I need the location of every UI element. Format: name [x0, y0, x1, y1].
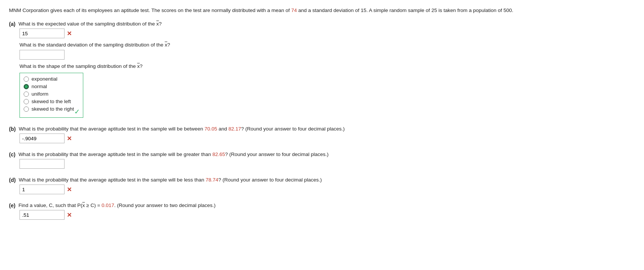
q-e-text-after: . (Round your answer to two decimal plac… [114, 202, 216, 208]
q-e-val1: 0.017 [102, 202, 114, 208]
input-c[interactable] [20, 159, 65, 169]
letter-a: (a) [9, 21, 15, 27]
error-icon-e[interactable]: ✕ [67, 212, 72, 219]
q-d-text-before: What is the probability that the average… [19, 177, 206, 183]
question-a2: What is the standard deviation of the sa… [20, 42, 635, 48]
check-icon-a3: ✓ [74, 108, 80, 116]
q-c-text-after: ? (Round your answer to four decimal pla… [225, 152, 329, 157]
q-c-val1: 82.65 [212, 152, 225, 157]
question-e: Find a value, C, such that P(x ≥ C) = 0.… [18, 202, 216, 208]
label-normal: normal [32, 84, 47, 89]
part-d-row: (d) What is the probability that the ave… [9, 177, 635, 183]
section-c: (c) What is the probability that the ave… [9, 152, 635, 169]
xbar-a2: x [165, 42, 167, 48]
radio-group-shape: exponential normal uniform skewed to the… [20, 73, 83, 118]
radio-input-exponential[interactable] [24, 76, 29, 82]
section-a: (a) What is the expected value of the sa… [9, 21, 635, 118]
letter-b: (b) [9, 126, 16, 132]
question-b: What is the probability that the average… [19, 126, 345, 132]
radio-skewed-left[interactable]: skewed to the left [24, 99, 78, 104]
mean-value: 74 [291, 8, 297, 13]
input-a1-row: ✕ [20, 28, 635, 38]
radio-input-skewed-left[interactable] [24, 99, 29, 104]
q-b-val2: 82.17 [228, 126, 241, 132]
part-e-row: (e) Find a value, C, such that P(x ≥ C) … [9, 202, 635, 208]
part-a-row: (a) What is the expected value of the sa… [9, 21, 635, 27]
input-c-row [20, 159, 635, 169]
input-e[interactable] [20, 210, 65, 220]
label-skewed-right: skewed to the right [32, 106, 74, 112]
q-b-text-after: ? (Round your answer to four decimal pla… [241, 126, 345, 132]
error-icon-d[interactable]: ✕ [67, 186, 72, 193]
radio-input-uniform[interactable] [24, 92, 29, 97]
section-d: (d) What is the probability that the ave… [9, 177, 635, 194]
intro-paragraph: MNM Corporation gives each of its employ… [9, 7, 635, 14]
label-skewed-left: skewed to the left [32, 99, 71, 104]
question-a3: What is the shape of the sampling distri… [20, 63, 635, 69]
q-d-val1: 78.74 [206, 177, 218, 183]
radio-skewed-right[interactable]: skewed to the right [24, 106, 78, 112]
label-exponential: exponential [32, 76, 57, 82]
q-b-val1: 70.05 [204, 126, 217, 132]
input-a2[interactable] [20, 50, 65, 60]
radio-normal[interactable]: normal [24, 84, 78, 89]
intro-text-before: MNM Corporation gives each of its employ… [9, 8, 291, 13]
q-e-text-before: Find a value, C, such that P( [18, 202, 82, 208]
input-e-row: ✕ [20, 210, 635, 220]
q-b-text-mid: and [217, 126, 228, 132]
letter-d: (d) [9, 177, 16, 183]
part-c-row: (c) What is the probability that the ave… [9, 152, 635, 158]
input-d-row: ✕ [20, 184, 635, 194]
letter-e: (e) [9, 202, 15, 208]
question-d: What is the probability that the average… [19, 177, 322, 183]
q-e-equals: = [97, 202, 102, 208]
section-e: (e) Find a value, C, such that P(x ≥ C) … [9, 202, 635, 220]
radio-input-normal[interactable] [24, 84, 29, 89]
input-b[interactable] [20, 134, 65, 143]
letter-c: (c) [9, 152, 15, 158]
part-b-row: (b) What is the probability that the ave… [9, 126, 635, 132]
radio-uniform[interactable]: uniform [24, 91, 78, 97]
input-b-row: ✕ [20, 134, 635, 143]
question-c: What is the probability that the average… [18, 152, 329, 157]
intro-text-after: and a standard deviation of 15. A simple… [297, 8, 513, 13]
error-icon-b[interactable]: ✕ [67, 135, 72, 142]
radio-input-skewed-right[interactable] [24, 106, 29, 112]
q-c-text-before: What is the probability that the average… [18, 152, 212, 157]
error-icon-a1[interactable]: ✕ [67, 30, 72, 37]
q-d-text-after: ? (Round your answer to four decimal pla… [218, 177, 322, 183]
question-a1: What is the expected value of the sampli… [18, 21, 162, 27]
input-d[interactable] [20, 184, 65, 194]
xbar-a3: x [137, 63, 140, 69]
xbar-a1: x [156, 21, 159, 27]
radio-exponential[interactable]: exponential [24, 76, 78, 82]
section-b: (b) What is the probability that the ave… [9, 126, 635, 143]
input-a1[interactable] [20, 28, 65, 38]
label-uniform: uniform [32, 91, 48, 97]
q-e-text-mid: ≥ C) [85, 202, 97, 208]
input-a2-row [20, 50, 635, 60]
q-b-text-before: What is the probability that the average… [19, 126, 204, 132]
